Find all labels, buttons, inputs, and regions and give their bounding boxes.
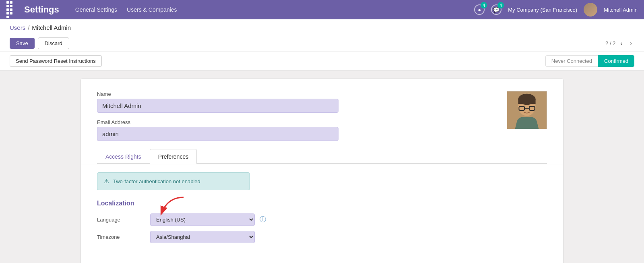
notifications-count: 4 <box>481 2 487 8</box>
name-field-row: Name <box>97 91 547 113</box>
nav-general-settings[interactable]: General Settings <box>75 6 117 13</box>
discard-button[interactable]: Discard <box>38 37 69 49</box>
messages-badge[interactable]: 💬 4 <box>491 4 502 15</box>
language-label: Language <box>97 217 145 223</box>
name-input[interactable] <box>97 99 339 113</box>
nav-users-companies[interactable]: Users & Companies <box>127 6 177 13</box>
timezone-label: Timezone <box>97 234 145 240</box>
send-reset-button[interactable]: Send Password Reset Instructions <box>10 55 102 67</box>
prev-record-button[interactable]: ‹ <box>618 39 625 48</box>
language-select[interactable]: English (US) French (FR) Spanish (ES) Ch… <box>150 213 255 226</box>
localization-section: Localization Language Englis <box>97 200 547 243</box>
notifications-badge[interactable]: ● 4 <box>474 4 485 15</box>
action-bar: Send Password Reset Instructions Never C… <box>0 52 644 70</box>
status-never-connected[interactable]: Never Connected <box>545 55 598 67</box>
email-field-row: Email Address <box>97 119 547 141</box>
messages-count: 4 <box>497 2 504 8</box>
breadcrumb-current: Mitchell Admin <box>32 24 71 31</box>
app-title: Settings <box>24 4 59 15</box>
tabs-container: Access Rights Preferences <box>81 149 563 164</box>
alert-text: Two-factor authentication not enabled <box>113 178 200 184</box>
record-pagination: 2 / 2 ‹ › <box>605 39 634 48</box>
username-label[interactable]: Mitchell Admin <box>604 7 638 13</box>
topnav-right: ● 4 💬 4 My Company (San Francisco) Mitch… <box>474 3 638 17</box>
localization-title: Localization <box>97 200 547 207</box>
main-content: Name Email Address Access Rights Prefere… <box>0 70 644 263</box>
svg-rect-3 <box>518 99 535 104</box>
preferences-tab-content: ⚠ Two-factor authentication not enabled … <box>97 164 547 256</box>
tab-preferences[interactable]: Preferences <box>150 149 197 164</box>
breadcrumb-separator: / <box>28 24 29 31</box>
language-field-row: Language English (US) French (FR) Spanis… <box>97 213 547 226</box>
breadcrumb: Users / Mitchell Admin <box>10 24 634 31</box>
form-card: Name Email Address Access Rights Prefere… <box>80 79 564 263</box>
next-record-button[interactable]: › <box>627 39 634 48</box>
name-label: Name <box>97 91 547 97</box>
status-confirmed[interactable]: Confirmed <box>598 55 634 67</box>
avatar-image <box>584 3 597 17</box>
user-avatar-large[interactable] <box>507 91 547 129</box>
warning-icon: ⚠ <box>104 178 109 185</box>
timezone-select[interactable]: Asia/Shanghai America/New_York Europe/Lo… <box>150 231 255 243</box>
save-button[interactable]: Save <box>10 38 35 49</box>
company-name[interactable]: My Company (San Francisco) <box>508 7 577 13</box>
avatar-placeholder <box>507 91 547 129</box>
2fa-alert: ⚠ Two-factor authentication not enabled <box>97 172 250 190</box>
breadcrumb-toolbar-area: Users / Mitchell Admin Save Discard 2 / … <box>0 19 644 52</box>
status-badges: Never Connected Confirmed <box>545 55 634 67</box>
breadcrumb-parent[interactable]: Users <box>10 24 25 31</box>
email-input[interactable] <box>97 127 339 141</box>
top-navigation: Settings General Settings Users & Compan… <box>0 0 644 19</box>
tab-bar: Access Rights Preferences <box>97 149 547 164</box>
timezone-field-row: Timezone Asia/Shanghai America/New_York … <box>97 231 547 243</box>
tab-access-rights[interactable]: Access Rights <box>97 149 150 164</box>
user-avatar[interactable] <box>584 3 597 17</box>
pagination-count: 2 / 2 <box>605 40 615 46</box>
language-info-icon[interactable]: ⓘ <box>260 215 266 224</box>
grid-menu-icon[interactable] <box>6 1 14 18</box>
email-label: Email Address <box>97 119 547 125</box>
main-nav: General Settings Users & Companies <box>75 6 464 13</box>
toolbar: Save Discard 2 / 2 ‹ › <box>10 35 634 52</box>
